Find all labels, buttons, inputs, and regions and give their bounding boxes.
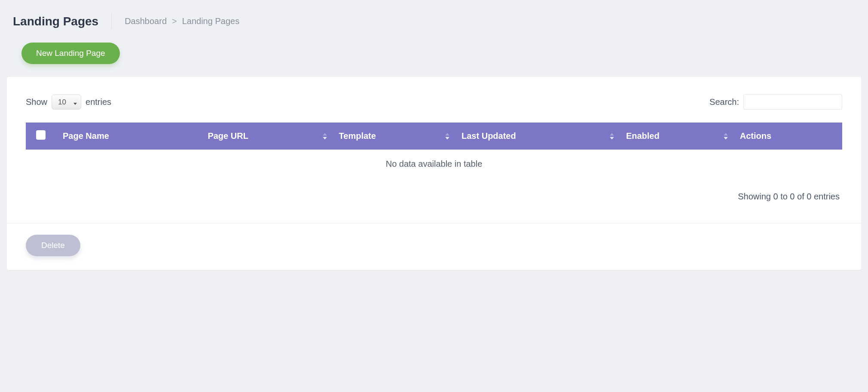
select-all-checkbox[interactable] — [36, 130, 46, 140]
svg-marker-2 — [445, 133, 449, 135]
entries-length-control: Show 10 entries — [26, 95, 111, 110]
svg-marker-3 — [445, 137, 449, 139]
sort-icon — [724, 133, 728, 139]
length-suffix-label: entries — [86, 97, 111, 107]
sort-icon — [610, 133, 614, 139]
page-title: Landing Pages — [13, 13, 112, 30]
entries-length-select[interactable]: 10 — [52, 95, 81, 110]
length-prefix-label: Show — [26, 97, 47, 107]
landing-pages-card: Show 10 entries Search: — [7, 77, 861, 270]
column-header-enabled[interactable]: Enabled — [619, 122, 733, 150]
delete-button[interactable]: Delete — [26, 235, 80, 256]
column-header-page-name[interactable]: Page Name — [56, 122, 201, 150]
sort-icon — [323, 133, 327, 139]
chevron-right-icon: > — [172, 16, 177, 26]
search-label: Search: — [709, 97, 739, 107]
breadcrumb-item-current: Landing Pages — [182, 16, 239, 26]
svg-marker-5 — [610, 137, 614, 139]
column-label-last-updated: Last Updated — [462, 131, 516, 141]
search-control: Search: — [709, 94, 842, 110]
table-controls: Show 10 entries Search: — [26, 94, 842, 110]
table-row-empty: No data available in table — [26, 150, 842, 179]
column-header-last-updated[interactable]: Last Updated — [455, 122, 619, 150]
landing-pages-table: Page Name Page URL Template — [26, 122, 842, 179]
svg-marker-6 — [724, 133, 728, 135]
breadcrumb: Dashboard > Landing Pages — [112, 16, 239, 26]
svg-marker-1 — [323, 137, 327, 139]
empty-message: No data available in table — [26, 150, 842, 179]
sort-icon — [445, 133, 449, 139]
page-header: Landing Pages Dashboard > Landing Pages — [13, 13, 855, 30]
search-input[interactable] — [743, 94, 842, 110]
column-label-enabled: Enabled — [626, 131, 660, 141]
column-label-actions: Actions — [740, 131, 771, 141]
svg-marker-4 — [610, 133, 614, 135]
breadcrumb-item-dashboard[interactable]: Dashboard — [125, 16, 167, 26]
table-info: Showing 0 to 0 of 0 entries — [26, 179, 842, 210]
column-header-page-url[interactable]: Page URL — [201, 122, 332, 150]
column-label-page-name: Page Name — [63, 131, 109, 141]
new-landing-page-button[interactable]: New Landing Page — [21, 43, 120, 64]
column-header-actions: Actions — [733, 122, 842, 150]
column-label-page-url: Page URL — [208, 131, 248, 141]
svg-marker-7 — [724, 137, 728, 139]
column-header-template[interactable]: Template — [332, 122, 455, 150]
column-header-select — [26, 122, 56, 150]
column-label-template: Template — [339, 131, 376, 141]
svg-marker-0 — [323, 133, 327, 135]
